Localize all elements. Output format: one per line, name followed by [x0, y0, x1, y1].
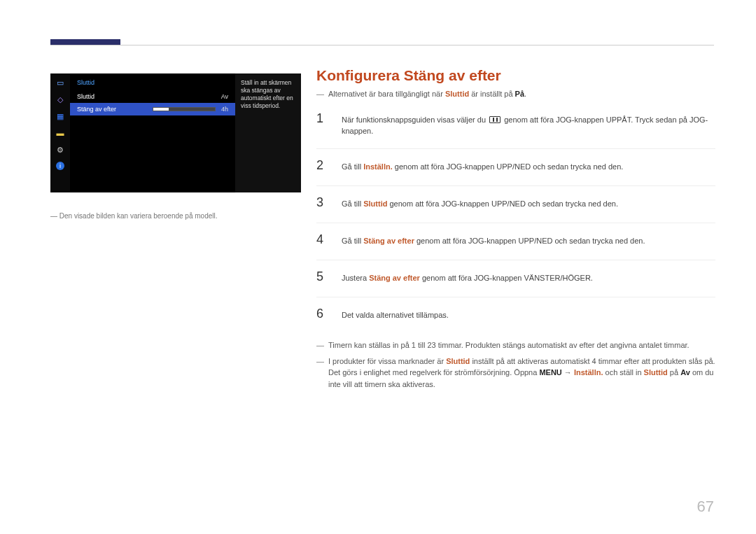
monitor-icon: ▭ [55, 78, 66, 87]
osd-row-value: 4h [221, 106, 228, 113]
step-text: Gå till Stäng av efter genom att föra JO… [342, 236, 715, 247]
step-text: Gå till Inställn. genom att föra JOG-kna… [342, 162, 715, 173]
osd-main-panel: Sluttid Sluttid Av Stäng av efter 4h [70, 73, 235, 192]
step-number: 2 [316, 156, 329, 174]
step-2: 2 Gå till Inställn. genom att föra JOG-k… [316, 149, 715, 186]
note-text: är inställt på [469, 90, 514, 98]
diamond-icon: ◇ [55, 94, 66, 104]
note-bold: På [515, 90, 524, 98]
osd-row-label: Sluttid [77, 93, 147, 100]
step-5: 5 Justera Stäng av efter genom att föra … [316, 260, 715, 297]
osd-icon-strip: ▭ ◇ ▦ ▬ ⚙ i [50, 73, 70, 192]
steps-list: 1 När funktionsknappsguiden visas väljer… [316, 102, 715, 334]
osd-slider [153, 107, 216, 111]
header-rule [50, 45, 714, 45]
info-icon: i [56, 162, 64, 170]
step-number: 4 [316, 230, 329, 248]
step-number: 3 [316, 193, 329, 211]
step-number: 6 [316, 304, 329, 323]
step-3: 3 Gå till Sluttid genom att föra JOG-kna… [316, 186, 715, 223]
osd-menu-title: Sluttid [70, 79, 235, 90]
step-text: Det valda alternativet tillämpas. [342, 310, 715, 321]
osd-row-label: Stäng av efter [77, 106, 147, 113]
step-text: Justera Stäng av efter genom att föra JO… [342, 273, 715, 284]
step-text: Gå till Sluttid genom att föra JOG-knapp… [342, 199, 715, 210]
step-4: 4 Gå till Stäng av efter genom att föra … [316, 223, 715, 260]
market-note: I produkter för vissa marknader är Slutt… [316, 356, 715, 391]
osd-description: Ställ in att skärmen ska stängas av auto… [235, 73, 301, 192]
tag-icon: ▬ [55, 128, 66, 138]
right-column: Konfigurera Stäng av efter Alternativet … [316, 67, 715, 394]
osd-row-sluttid: Sluttid Av [70, 90, 235, 103]
note-text: Alternativet är bara tillgängligt när [328, 90, 445, 98]
osd-row-stang-av-efter: Stäng av efter 4h [70, 103, 235, 115]
osd-screenshot: ▭ ◇ ▦ ▬ ⚙ i Sluttid Sluttid Av Stäng av … [50, 73, 301, 192]
post-notes: Timern kan ställas in på 1 till 23 timma… [316, 339, 715, 390]
image-model-note: ― Den visade bilden kan variera beroende… [50, 212, 302, 220]
grid-icon: ▦ [55, 111, 66, 121]
left-column: ▭ ◇ ▦ ▬ ⚙ i Sluttid Sluttid Av Stäng av … [50, 73, 302, 220]
note-highlight: Sluttid [445, 90, 469, 98]
step-number: 1 [316, 109, 329, 127]
availability-note: Alternativet är bara tillgängligt när Sl… [316, 90, 715, 98]
step-text: När funktionsknappsguiden visas väljer d… [342, 115, 715, 137]
page-title: Konfigurera Stäng av efter [316, 67, 715, 84]
page-number: 67 [697, 498, 714, 516]
note-text: . [524, 90, 526, 98]
step-1: 1 När funktionsknappsguiden visas väljer… [316, 102, 715, 149]
timer-range-note: Timern kan ställas in på 1 till 23 timma… [316, 339, 715, 351]
menu-icon [489, 116, 500, 123]
step-6: 6 Det valda alternativet tillämpas. [316, 297, 715, 334]
gear-icon: ⚙ [55, 145, 66, 155]
step-number: 5 [316, 267, 329, 286]
osd-row-value: Av [221, 93, 228, 100]
